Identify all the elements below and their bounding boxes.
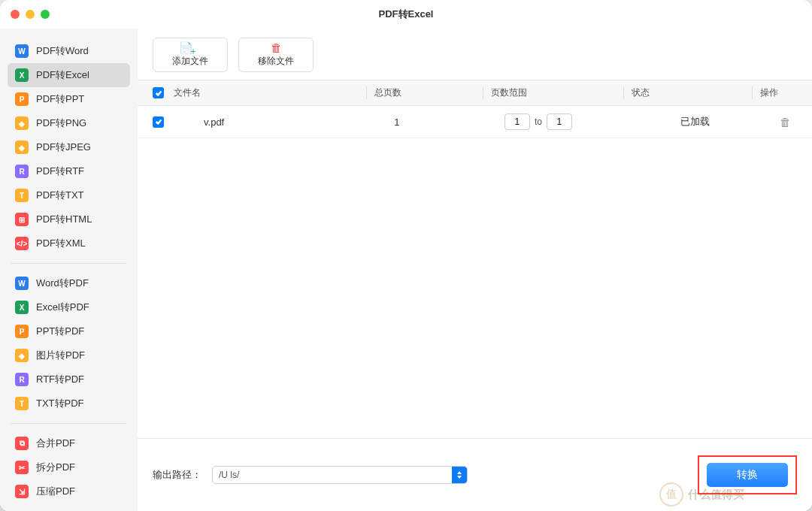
output-path-select[interactable]: /U ls/: [212, 466, 468, 484]
sidebar-item[interactable]: ◆图片转PDF: [8, 343, 130, 367]
sidebar-item-icon: R: [15, 373, 29, 386]
remove-file-button[interactable]: 🗑 移除文件: [238, 38, 314, 72]
page-range: to: [504, 113, 630, 130]
sidebar-item[interactable]: RPDF转RTF: [8, 159, 130, 183]
main-panel: 📄＋ 添加文件 🗑 移除文件 文件名 总页数 页数范围 状态 操作: [138, 29, 812, 511]
row-status: 已加载: [630, 115, 752, 129]
sidebar-divider: [11, 423, 127, 424]
delete-row-icon[interactable]: 🗑: [759, 116, 797, 129]
row-total-pages: 1: [386, 116, 497, 128]
sidebar-item[interactable]: WPDF转Word: [8, 39, 130, 63]
sidebar-item-label: Word转PDF: [36, 277, 89, 290]
sidebar-item-label: 图片转PDF: [36, 349, 85, 362]
sidebar-item[interactable]: TTXT转PDF: [8, 392, 130, 416]
sidebar-item[interactable]: RRTF转PDF: [8, 367, 130, 392]
sidebar-item[interactable]: ◆PDF转PNG: [8, 111, 130, 135]
sidebar-item[interactable]: </>PDF转XML: [8, 231, 130, 256]
trash-icon: 🗑: [271, 42, 282, 53]
table-header: 文件名 总页数 页数范围 状态 操作: [138, 80, 812, 106]
sidebar-item-icon: X: [15, 301, 29, 314]
sidebar-item-icon: ⇲: [15, 485, 29, 498]
sidebar-item[interactable]: PPDF转PPT: [8, 87, 130, 111]
sidebar-item-label: RTF转PDF: [36, 373, 84, 386]
sidebar-item-label: PPT转PDF: [36, 325, 84, 338]
sidebar-item-icon: W: [15, 44, 29, 58]
sidebar-item[interactable]: ✂拆分PDF: [8, 455, 130, 479]
remove-file-label: 移除文件: [258, 55, 294, 68]
sidebar-item-label: PDF转Excel: [36, 68, 89, 82]
app-body: WPDF转WordXPDF转ExcelPPDF转PPT◆PDF转PNG◆PDF转…: [0, 29, 812, 511]
sidebar-item-label: 压缩PDF: [36, 485, 75, 498]
add-file-label: 添加文件: [172, 55, 208, 68]
sidebar-item-icon: P: [15, 325, 29, 338]
select-all-checkbox[interactable]: [153, 87, 164, 98]
path-dropdown-icon[interactable]: [452, 467, 467, 483]
sidebar-item-icon: T: [15, 189, 29, 202]
file-row: v.pdf 1 to 已加载 🗑: [138, 106, 812, 138]
app-window: PDF转Excel WPDF转WordXPDF转ExcelPPDF转PPT◆PD…: [0, 0, 812, 511]
row-filename: v.pdf: [174, 116, 386, 128]
sidebar-item[interactable]: ⧉合并PDF: [8, 431, 130, 455]
sidebar-item-label: Excel转PDF: [36, 301, 89, 314]
sidebar-item-label: PDF转XML: [36, 237, 86, 250]
col-status: 状态: [623, 86, 752, 99]
sidebar-item[interactable]: ◆PDF转JPEG: [8, 135, 130, 159]
sidebar-item-icon: X: [15, 68, 29, 82]
sidebar-item-label: PDF转RTF: [36, 165, 84, 178]
col-filename: 文件名: [174, 86, 366, 99]
col-range: 页数范围: [483, 86, 623, 99]
col-action: 操作: [752, 86, 797, 99]
sidebar-item-icon: P: [15, 92, 29, 106]
toolbar: 📄＋ 添加文件 🗑 移除文件: [138, 29, 812, 80]
sidebar-item-label: PDF转HTML: [36, 213, 92, 226]
sidebar-divider: [11, 263, 127, 264]
sidebar-item-icon: ◆: [15, 116, 29, 130]
sidebar-item[interactable]: WWord转PDF: [8, 271, 130, 295]
sidebar-item[interactable]: ⊞PDF转HTML: [8, 207, 130, 231]
sidebar-item-label: 拆分PDF: [36, 461, 75, 474]
output-path-label: 输出路径：: [153, 468, 201, 482]
sidebar-item-icon: ◆: [15, 141, 29, 154]
add-file-icon: 📄＋: [179, 42, 202, 53]
footer: 输出路径： /U ls/ 转换: [138, 438, 812, 511]
add-file-button[interactable]: 📄＋ 添加文件: [153, 38, 228, 72]
file-list: v.pdf 1 to 已加载 🗑: [138, 106, 812, 438]
close-window-button[interactable]: [11, 10, 20, 19]
sidebar-item-label: TXT转PDF: [36, 397, 84, 410]
range-to-input[interactable]: [547, 113, 572, 130]
sidebar-item[interactable]: ⇲压缩PDF: [8, 479, 130, 503]
range-from-input[interactable]: [504, 113, 530, 130]
sidebar: WPDF转WordXPDF转ExcelPPDF转PPT◆PDF转PNG◆PDF转…: [0, 29, 138, 511]
row-checkbox[interactable]: [153, 116, 164, 128]
sidebar-item-label: PDF转PPT: [36, 92, 84, 106]
sidebar-item-label: PDF转PNG: [36, 116, 86, 130]
sidebar-item-icon: </>: [15, 237, 29, 250]
sidebar-item[interactable]: TPDF转TXT: [8, 183, 130, 207]
sidebar-item[interactable]: PPPT转PDF: [8, 319, 130, 343]
sidebar-item-icon: ⊞: [15, 213, 29, 226]
minimize-window-button[interactable]: [26, 10, 35, 19]
convert-button[interactable]: 转换: [707, 463, 788, 487]
sidebar-item-icon: ◆: [15, 349, 29, 362]
sidebar-item[interactable]: XExcel转PDF: [8, 295, 130, 319]
sidebar-item-icon: ✂: [15, 461, 29, 474]
sidebar-item-label: PDF转TXT: [36, 189, 84, 202]
col-pages: 总页数: [366, 86, 483, 99]
sidebar-item-label: PDF转JPEG: [36, 141, 91, 154]
range-separator: to: [535, 116, 542, 127]
sidebar-item-icon: W: [15, 277, 29, 290]
sidebar-item-label: PDF转Word: [36, 44, 89, 58]
maximize-window-button[interactable]: [41, 10, 50, 19]
sidebar-item-icon: R: [15, 165, 29, 178]
sidebar-item[interactable]: XPDF转Excel: [8, 63, 130, 87]
sidebar-item-icon: T: [15, 397, 29, 410]
titlebar: PDF转Excel: [0, 0, 812, 29]
sidebar-item-icon: ⧉: [15, 437, 29, 450]
sidebar-item-label: 合并PDF: [36, 437, 75, 450]
window-title: PDF转Excel: [0, 8, 812, 21]
convert-highlight-box: 转换: [698, 455, 797, 494]
output-path-text: /U ls/: [213, 470, 452, 480]
traffic-lights: [11, 10, 50, 19]
